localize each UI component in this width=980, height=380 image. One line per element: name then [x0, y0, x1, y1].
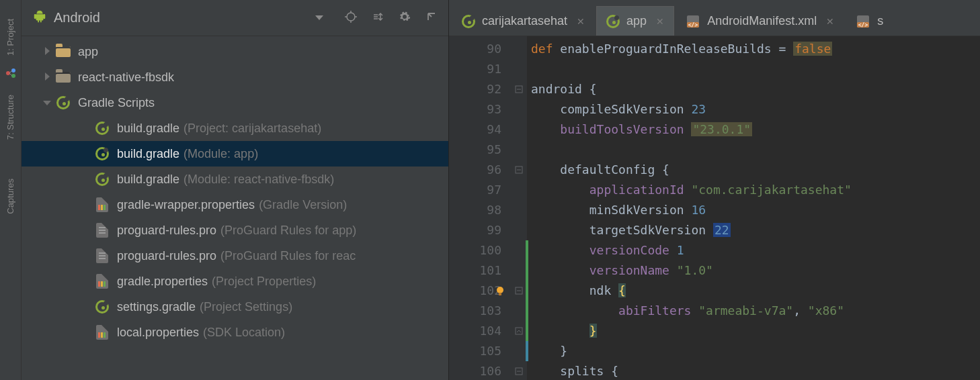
structure-tool-icon[interactable]	[5, 68, 16, 79]
code-editor[interactable]: 9091929394959697989910010110210310410510…	[449, 36, 980, 380]
code-content[interactable]: def enableProguardInReleaseBuilds = fals…	[527, 36, 852, 380]
line-number: 99	[449, 220, 501, 240]
fold-marker[interactable]	[511, 321, 527, 341]
fold-marker	[511, 220, 527, 240]
tool-tab-structure[interactable]: 7: Structure	[5, 95, 15, 140]
code-line[interactable]: }	[531, 321, 852, 341]
code-line[interactable]: splits {	[531, 361, 852, 380]
svg-point-25	[497, 287, 503, 293]
file-bars-icon	[94, 325, 110, 340]
tree-item-label: proguard-rules.pro	[117, 249, 216, 263]
tree-item[interactable]: local.properties(SDK Location)	[22, 320, 448, 345]
tool-tab-captures[interactable]: Captures	[5, 179, 15, 214]
line-number-gutter: 9091929394959697989910010110210310410510…	[449, 36, 511, 380]
tree-item[interactable]: proguard-rules.pro(ProGuard Rules for re…	[22, 243, 448, 269]
gradle-icon	[462, 15, 475, 28]
change-stripe	[526, 240, 528, 260]
tab-label: s	[877, 14, 883, 28]
tree-item[interactable]: Gradle Scripts	[22, 90, 448, 115]
svg-line-4	[9, 73, 12, 76]
close-icon[interactable]: ✕	[577, 16, 585, 27]
line-number: 96	[449, 160, 501, 180]
code-line[interactable]: ndk {	[531, 281, 852, 301]
code-line[interactable]: compileSdkVersion 23	[531, 99, 852, 120]
collapse-arrow-icon	[43, 101, 51, 105]
project-panel: Android appreact-native-fbsdkGradle Scri…	[22, 0, 449, 380]
tree-item-hint: (Project: carijakartasehat)	[183, 122, 321, 136]
code-line[interactable]: minSdkVersion 16	[531, 200, 852, 220]
svg-point-5	[347, 13, 355, 21]
code-line[interactable]: abiFilters "armeabi-v7a", "x86"	[531, 301, 852, 321]
project-panel-header: Android	[22, 0, 448, 36]
panel-view-dropdown[interactable]	[100, 15, 330, 20]
code-line[interactable]: buildToolsVersion "23.0.1"	[531, 120, 852, 140]
code-line[interactable]: versionName "1.0"	[531, 260, 852, 281]
hide-icon[interactable]	[425, 11, 438, 25]
gear-icon[interactable]	[399, 11, 411, 25]
tree-item[interactable]: app	[22, 39, 448, 64]
tree-item[interactable]: gradle.properties(Project Properties)	[22, 269, 448, 294]
editor-tab[interactable]: </>s	[846, 6, 893, 36]
panel-title: Android	[54, 10, 100, 26]
project-tree[interactable]: appreact-native-fbsdkGradle Scriptsbuild…	[22, 36, 448, 345]
line-number: 95	[449, 140, 501, 160]
code-line[interactable]: targetSdkVersion 22	[531, 220, 852, 240]
tree-item-label: proguard-rules.pro	[117, 224, 216, 238]
fold-marker	[511, 301, 527, 321]
code-line[interactable]: versionCode 1	[531, 240, 852, 260]
line-number: 106	[449, 361, 501, 380]
svg-rect-26	[499, 293, 501, 295]
fold-marker[interactable]	[511, 281, 527, 301]
code-line[interactable]: }	[531, 341, 852, 361]
close-icon[interactable]: ✕	[656, 16, 664, 27]
line-number: 98	[449, 200, 501, 220]
chevron-down-icon	[315, 15, 323, 20]
target-icon[interactable]	[345, 11, 357, 25]
tree-item-hint: (ProGuard Rules for app)	[220, 224, 356, 238]
fold-marker	[511, 200, 527, 220]
code-line[interactable]	[531, 59, 852, 79]
tree-item[interactable]: proguard-rules.pro(ProGuard Rules for ap…	[22, 218, 448, 243]
editor-tab[interactable]: app✕	[596, 6, 674, 36]
close-icon[interactable]: ✕	[826, 16, 834, 27]
tree-item[interactable]: build.gradle(Module: react-native-fbsdk)	[22, 167, 448, 192]
fold-marker	[511, 120, 527, 140]
code-line[interactable]	[531, 140, 852, 160]
tree-item[interactable]: build.gradle(Module: app)	[22, 141, 448, 167]
tree-item[interactable]: gradle-wrapper.properties(Gradle Version…	[22, 192, 448, 218]
fold-marker[interactable]	[511, 361, 527, 380]
line-number: 92	[449, 79, 501, 99]
code-line[interactable]: applicationId "com.carijakartasehat"	[531, 180, 852, 200]
line-number: 103	[449, 301, 501, 321]
fold-marker	[511, 260, 527, 281]
lightbulb-icon[interactable]	[494, 283, 506, 303]
collapse-icon[interactable]	[372, 11, 384, 25]
line-number: 91	[449, 59, 501, 79]
editor-tabs: carijakartasehat✕app✕</>AndroidManifest.…	[449, 0, 980, 36]
tree-item[interactable]: settings.gradle(Project Settings)	[22, 294, 448, 320]
file-bars-icon	[94, 274, 110, 289]
svg-rect-22	[516, 328, 522, 334]
code-line[interactable]: android {	[531, 79, 852, 99]
xml-icon: </>	[686, 14, 700, 29]
expand-arrow-icon	[45, 73, 50, 81]
line-number: 105	[449, 341, 501, 361]
editor-area: carijakartasehat✕app✕</>AndroidManifest.…	[449, 0, 980, 380]
tree-item-label: build.gradle	[117, 173, 179, 187]
code-line[interactable]: def enableProguardInReleaseBuilds = fals…	[531, 39, 852, 59]
editor-tab[interactable]: </>AndroidManifest.xml✕	[676, 6, 844, 36]
gradle-icon	[606, 15, 620, 28]
fold-gutter[interactable]	[511, 36, 527, 380]
editor-tab[interactable]: carijakartasehat✕	[452, 6, 595, 36]
fold-marker[interactable]	[511, 79, 527, 99]
svg-line-3	[9, 70, 12, 73]
line-number: 90	[449, 39, 501, 59]
tree-item-label: build.gradle	[117, 122, 179, 136]
fold-marker[interactable]	[511, 160, 527, 180]
tree-item[interactable]: react-native-fbsdk	[22, 64, 448, 90]
tree-item-label: app	[78, 45, 98, 59]
code-line[interactable]: defaultConfig {	[531, 160, 852, 180]
tree-item-label: react-native-fbsdk	[78, 70, 174, 85]
tree-item[interactable]: build.gradle(Project: carijakartasehat)	[22, 115, 448, 141]
tool-tab-project[interactable]: 1: Project	[5, 19, 15, 56]
